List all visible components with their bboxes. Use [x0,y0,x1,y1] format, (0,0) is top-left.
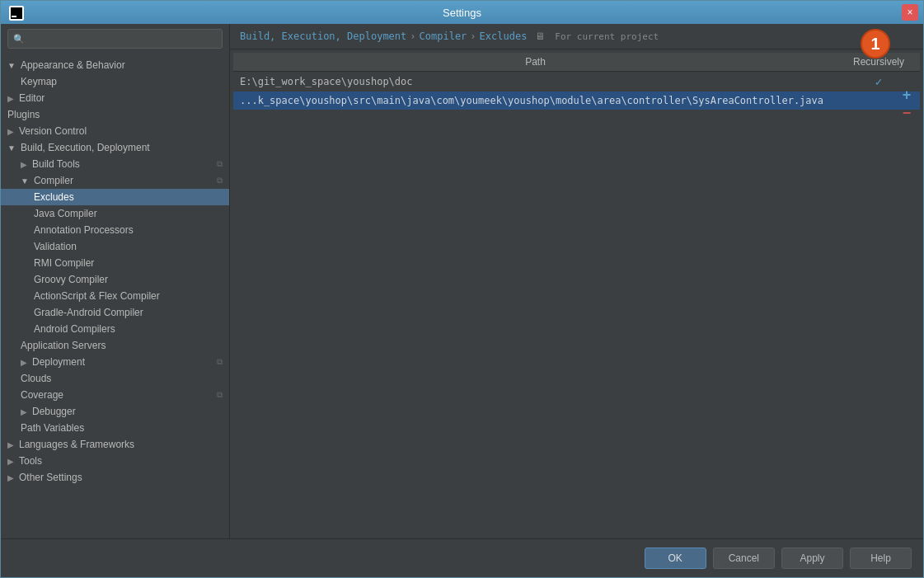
arrow-icon: ▶ [21,160,27,169]
sidebar-item-label: RMI Compiler [34,257,94,269]
sidebar-item-coverage[interactable]: Coverage ⧉ [1,387,229,403]
arrow-icon: ▶ [7,127,14,136]
add-button[interactable]: + [898,87,915,103]
sidebar-item-gradle-android[interactable]: Gradle-Android Compiler [1,304,229,321]
arrow-icon: ▶ [7,440,14,449]
footer: OK Cancel Apply Help [1,538,923,577]
sidebar-item-deployment[interactable]: ▶ Deployment ⧉ [1,354,229,370]
sidebar-item-label: Tools [19,455,42,467]
sidebar-item-label: Debugger [32,406,76,417]
sidebar-item-keymap[interactable]: Keymap [1,73,229,90]
sidebar: 🔍 ▼ Appearance & Behavior Keymap ▶ Edito… [1,24,230,538]
table-row[interactable]: E:\git_work_space\youshop\doc ✓ [233,72,920,92]
sidebar-item-label: Android Compilers [34,323,115,335]
sidebar-item-label: Build, Execution, Deployment [21,142,150,153]
sidebar-item-actionscript-flex[interactable]: ActionScript & Flex Compiler [1,288,229,304]
sidebar-item-validation[interactable]: Validation [1,238,229,255]
table-row[interactable]: ...k_space\youshop\src\main\java\com\you… [233,92,920,110]
ok-button[interactable]: OK [645,547,706,569]
window-title: Settings [443,7,481,19]
copy-icon: ⧉ [217,357,223,367]
app-icon [9,6,24,21]
breadcrumb: Build, Execution, Deployment › Compiler … [230,24,923,49]
close-button[interactable]: × [902,4,918,21]
sidebar-item-excludes[interactable]: Excludes [1,189,229,205]
arrow-icon: ▶ [7,457,14,466]
sidebar-item-other-settings[interactable]: ▶ Other Settings [1,469,229,486]
sidebar-item-label: Compiler [34,175,73,186]
sidebar-item-languages-frameworks[interactable]: ▶ Languages & Frameworks [1,436,229,453]
sidebar-item-label: Version Control [19,125,87,137]
svg-rect-2 [12,16,16,17]
sidebar-item-label: Appearance & Behavior [21,59,125,71]
arrow-icon: ▼ [7,61,16,70]
sidebar-item-appearance-behavior[interactable]: ▼ Appearance & Behavior [1,57,229,73]
arrow-icon: ▶ [21,407,27,416]
search-box: 🔍 [7,29,223,49]
apply-button[interactable]: Apply [781,547,843,569]
sidebar-item-groovy-compiler[interactable]: Groovy Compiler [1,271,229,288]
title-bar: Settings × [1,1,923,24]
sidebar-item-version-control[interactable]: ▶ Version Control [1,123,229,139]
sidebar-item-label: Other Settings [19,472,82,483]
sidebar-item-build-execution[interactable]: ▼ Build, Execution, Deployment [1,139,229,156]
for-project-label: For current project [555,31,659,42]
sidebar-item-label: Build Tools [32,158,80,170]
sidebar-item-rmi-compiler[interactable]: RMI Compiler [1,255,229,271]
sidebar-item-label: Coverage [21,389,63,401]
sidebar-item-label: Java Compiler [34,208,97,219]
sidebar-item-application-servers[interactable]: Application Servers [1,337,229,354]
help-button[interactable]: Help [850,547,912,569]
check-mark-icon: ✓ [875,75,882,88]
sidebar-tree: ▼ Appearance & Behavior Keymap ▶ Editor … [1,54,229,538]
sidebar-item-editor[interactable]: ▶ Editor [1,90,229,106]
badge-1: 1 [861,29,890,59]
sidebar-item-label: Excludes [34,191,74,203]
sidebar-item-debugger[interactable]: ▶ Debugger [1,403,229,420]
path-cell: ...k_space\youshop\src\main\java\com\you… [233,92,837,110]
breadcrumb-part-2: Compiler [420,31,467,42]
sidebar-item-label: ActionScript & Flex Compiler [34,290,160,302]
sidebar-item-label: Plugins [7,109,40,120]
sidebar-item-plugins[interactable]: Plugins [1,106,229,123]
column-header-path: Path [233,53,837,72]
sidebar-item-label: Deployment [32,356,85,368]
sidebar-item-annotation-processors[interactable]: Annotation Processors [1,222,229,238]
sidebar-item-tools[interactable]: ▶ Tools [1,453,229,469]
search-input[interactable] [28,33,217,45]
arrow-icon: ▶ [7,94,14,103]
sidebar-item-android-compilers[interactable]: Android Compilers [1,321,229,337]
arrow-icon: ▶ [21,358,27,367]
sidebar-item-java-compiler[interactable]: Java Compiler [1,205,229,222]
right-panel: Build, Execution, Deployment › Compiler … [230,24,923,538]
excludes-table-container: Path Recursively E:\git_work_space\yoush… [230,49,923,538]
sidebar-item-label: Path Variables [21,422,84,434]
arrow-icon: ▼ [7,143,16,153]
sidebar-item-label: Keymap [21,76,57,87]
sidebar-item-label: Groovy Compiler [34,274,108,285]
for-project-icon: 🖥 [535,31,545,42]
excludes-table: Path Recursively E:\git_work_space\yoush… [233,53,920,110]
table-actions: + − [898,87,915,121]
sidebar-item-path-variables[interactable]: Path Variables [1,420,229,436]
breadcrumb-part-1: Build, Execution, Deployment [240,31,406,42]
sidebar-item-build-tools[interactable]: ▶ Build Tools ⧉ [1,156,229,172]
remove-button[interactable]: − [898,105,915,121]
arrow-icon: ▼ [21,176,29,186]
path-cell: E:\git_work_space\youshop\doc [233,72,837,92]
breadcrumb-separator: › [470,31,476,42]
arrow-icon: ▶ [7,473,14,482]
sidebar-item-label: Clouds [21,373,51,384]
settings-window: Settings × 1 🔍 ▼ Appearan [0,0,924,578]
cancel-button[interactable]: Cancel [713,547,775,569]
search-icon: 🔍 [13,34,25,45]
sidebar-item-label: Languages & Frameworks [19,439,134,450]
sidebar-item-compiler[interactable]: ▼ Compiler ⧉ [1,172,229,189]
sidebar-item-label: Application Servers [21,340,106,351]
breadcrumb-part-3: Excludes [480,31,528,42]
sidebar-item-clouds[interactable]: Clouds [1,370,229,387]
copy-icon: ⧉ [217,390,223,400]
sidebar-item-label: Annotation Processors [34,224,134,236]
sidebar-item-label: Validation [34,241,77,252]
copy-icon: ⧉ [217,176,223,186]
